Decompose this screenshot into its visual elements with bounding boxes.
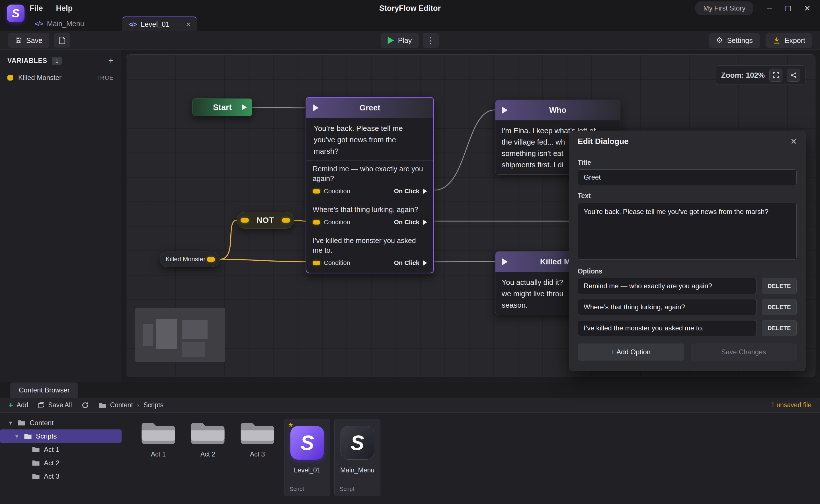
delete-option-button[interactable]: DELETE — [762, 320, 797, 336]
option-input[interactable] — [578, 278, 757, 294]
close-icon[interactable]: × — [791, 136, 797, 147]
content-browser-tab[interactable]: Content Browser — [10, 382, 78, 398]
condition-label: Condition — [324, 259, 350, 267]
save-button[interactable]: Save — [8, 33, 49, 48]
variable-row[interactable]: Killed Monster TRUE — [0, 70, 121, 85]
folder-act2[interactable]: Act 2 — [185, 419, 231, 458]
gear-icon: ⚙ — [716, 36, 723, 44]
fit-view-button[interactable] — [769, 69, 782, 82]
title-input[interactable] — [578, 169, 797, 185]
export-button[interactable]: Export — [766, 33, 812, 48]
condition-port-icon[interactable] — [312, 189, 320, 194]
breadcrumb-root[interactable]: Content — [110, 401, 133, 409]
output-port-icon[interactable] — [207, 257, 215, 262]
tree-item-act1[interactable]: Act 1 — [0, 443, 122, 456]
new-file-icon — [58, 36, 66, 44]
output-port-icon[interactable] — [423, 219, 427, 225]
dialogue-option[interactable]: I’ve killed the monster you asked me to.… — [306, 232, 434, 273]
options-label: Options — [578, 268, 797, 275]
folder-label: Act 1 — [151, 450, 166, 458]
trigger-label: On Click — [394, 259, 420, 267]
input-port-icon[interactable] — [502, 107, 508, 114]
condition-port-icon[interactable] — [312, 220, 320, 225]
output-port-icon[interactable] — [282, 218, 290, 223]
tree-item-content[interactable]: ▾ Content — [0, 416, 122, 429]
add-option-button[interactable]: + Add Option — [578, 343, 684, 361]
node-start[interactable]: Start — [192, 98, 252, 116]
tab-close-icon[interactable]: × — [186, 20, 190, 29]
node-greet[interactable]: Greet You’re back. Please tell me you’ve… — [306, 97, 434, 273]
variables-sidebar: VARIABLES 1 + Killed Monster TRUE — [0, 50, 121, 382]
project-name-badge: My First Story — [695, 1, 753, 15]
dialogue-option[interactable]: Remind me — who exactly are you again? C… — [306, 160, 434, 201]
plus-icon: + — [9, 401, 13, 409]
settings-button[interactable]: ⚙ Settings — [709, 33, 759, 48]
minimize-icon[interactable]: – — [767, 4, 772, 13]
app-logo-icon: S — [7, 5, 24, 22]
output-port-icon[interactable] — [242, 104, 247, 110]
tab-main-menu[interactable]: </> Main_Menu — [31, 20, 88, 31]
folder-act3[interactable]: Act 3 — [235, 419, 280, 458]
minimap-node — [182, 342, 205, 357]
play-options-kebab-icon[interactable]: ⋮ — [423, 33, 439, 48]
new-file-button[interactable] — [54, 33, 70, 48]
save-changes-button[interactable]: Save Changes — [691, 343, 797, 361]
menu-file[interactable]: File — [30, 4, 43, 13]
close-window-icon[interactable]: × — [804, 3, 810, 13]
file-level01[interactable]: * S Level_01 Script — [284, 419, 330, 496]
add-variable-icon[interactable]: + — [108, 56, 114, 65]
node-header[interactable]: Greet — [306, 98, 434, 118]
maximize-icon[interactable]: □ — [786, 4, 791, 13]
delete-option-button[interactable]: DELETE — [762, 278, 797, 294]
node-title: Greet — [359, 103, 380, 112]
input-port-icon[interactable] — [502, 258, 508, 265]
fit-view-icon — [772, 71, 780, 79]
play-button[interactable]: Play — [381, 33, 419, 48]
minimap-node — [156, 319, 177, 349]
graph-options-icon — [790, 71, 797, 79]
title-field-label: Title — [578, 159, 797, 166]
logo-letter: S — [300, 431, 314, 454]
input-port-icon[interactable] — [313, 104, 318, 111]
refresh-button[interactable] — [81, 402, 89, 409]
breadcrumb-current[interactable]: Scripts — [143, 401, 163, 409]
minimap[interactable] — [135, 308, 225, 362]
menu-help[interactable]: Help — [56, 4, 73, 13]
content-browser-panel: Content Browser + Add Save All Content ›… — [0, 382, 820, 504]
option-editor-row: DELETE — [578, 278, 797, 294]
file-type: Script — [284, 482, 330, 496]
output-port-icon[interactable] — [423, 260, 427, 266]
chevron-down-icon[interactable]: ▾ — [7, 419, 14, 427]
add-asset-button[interactable]: + Add — [9, 401, 28, 409]
graph-options-button[interactable] — [787, 69, 800, 82]
chevron-down-icon[interactable]: ▾ — [14, 433, 20, 440]
minimap-node — [182, 320, 207, 339]
node-killed-monster-variable[interactable]: Killed Monster — [160, 252, 220, 267]
save-all-icon — [38, 402, 45, 409]
node-not-gate[interactable]: NOT — [237, 212, 294, 229]
text-input[interactable]: You’re back. Please tell me you’ve got n… — [578, 203, 797, 260]
input-port-icon[interactable] — [240, 218, 249, 223]
export-label: Export — [785, 36, 805, 45]
node-header[interactable]: Who — [496, 100, 620, 120]
folder-tree: ▾ Content ▾ Scripts Act 1 Act 2 Act 3 — [0, 413, 125, 504]
option-input[interactable] — [578, 299, 757, 315]
tree-item-scripts[interactable]: ▾ Scripts — [0, 429, 122, 443]
dialogue-option[interactable]: Where’s that thing lurking, again? Condi… — [306, 201, 434, 232]
option-input[interactable] — [578, 320, 757, 336]
script-icon: </> — [128, 21, 137, 28]
tree-label: Scripts — [36, 432, 57, 440]
delete-option-button[interactable]: DELETE — [762, 299, 797, 315]
file-main-menu[interactable]: S Main_Menu Script — [334, 419, 380, 496]
node-title: Start — [213, 103, 232, 112]
tree-item-act2[interactable]: Act 2 — [0, 456, 122, 470]
output-port-icon[interactable] — [423, 188, 427, 194]
tree-item-act3[interactable]: Act 3 — [0, 470, 122, 483]
folder-label: Act 2 — [200, 450, 215, 458]
tab-level-01[interactable]: </> Level_01 × — [122, 17, 197, 31]
main-toolbar: Save Play ⋮ ⚙ Settings Export — [0, 31, 820, 50]
play-label: Play — [398, 36, 412, 45]
condition-port-icon[interactable] — [312, 261, 320, 265]
folder-act1[interactable]: Act 1 — [135, 419, 181, 458]
save-all-button[interactable]: Save All — [38, 401, 72, 409]
